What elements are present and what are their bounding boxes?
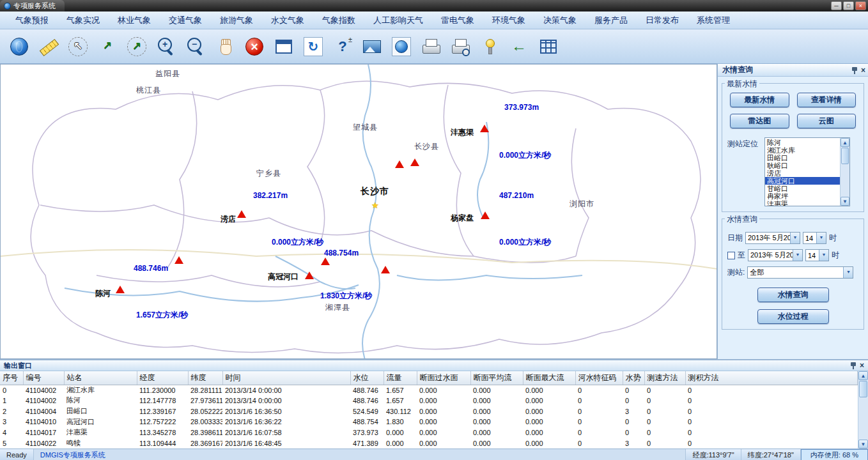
preview-button[interactable] [447,34,473,59]
table-cell[interactable]: 5 [0,438,23,448]
scroll-thumb[interactable] [841,148,849,164]
column-header[interactable]: 河水特征码 [575,371,623,385]
station-marker[interactable] [410,158,419,166]
column-header[interactable]: 断面最大流 [523,371,575,385]
column-header[interactable]: 站名 [64,371,137,385]
menu-item-14[interactable]: 系统管理 [688,12,739,29]
table-cell[interactable]: 2013/3/14 0:00:00 [222,385,350,395]
table-cell[interactable]: 113.345278 [137,427,188,438]
cloud-image-button[interactable]: 云图 [797,114,856,128]
table-cell[interactable]: 0.000 [417,395,470,406]
column-header[interactable]: 流量 [384,371,417,385]
selectg-button[interactable] [124,34,150,59]
table-cell[interactable]: 0 [644,385,685,395]
table-cell[interactable]: 0 [623,385,644,395]
table-cell[interactable]: 2013/1/6 16:36:22 [222,417,350,427]
table-cell[interactable]: 0 [685,395,858,406]
column-header[interactable]: 测速方法 [644,371,685,385]
table-cell[interactable]: 2013/1/6 16:07:58 [222,427,350,438]
table-cell[interactable]: 0 [685,406,858,417]
table-cell[interactable]: 112.339167 [137,406,188,417]
table-cell[interactable]: 0.000 [470,395,523,406]
table-cell[interactable]: 41104004 [23,406,64,417]
chevron-down-icon[interactable]: ▼ [790,233,800,243]
table-row[interactable]: 141104002陈河112.14777827.9736112013/3/14 … [0,395,858,406]
station-list-item[interactable]: 耿峪口 [765,162,840,169]
table-cell[interactable]: 0.000 [523,395,575,406]
column-header[interactable]: 编号 [23,371,64,385]
end-date-combo[interactable]: 2013年 5月20日 ▼ [748,249,803,261]
table-cell[interactable]: 0.000 [523,406,575,417]
column-header[interactable]: 纬度 [188,371,222,385]
table-cell[interactable]: 0 [575,427,623,438]
menu-item-4[interactable]: 交通气象 [160,12,211,29]
table-cell[interactable]: 41104002 [23,385,64,395]
table-cell[interactable]: 488.746 [350,385,384,395]
hand-button[interactable] [212,34,238,59]
map-canvas[interactable]: 益阳县桃江县宁乡县望城县长沙县长沙市浏阳市湘潭县涝店沣惠渠杨家盘高冠河口陈河37… [0,64,717,359]
station-marker[interactable] [116,286,125,293]
table-cell[interactable]: 0.000 [384,427,417,438]
table-cell[interactable]: 113.109444 [137,438,188,448]
table-cell[interactable]: 0 [685,417,858,427]
grid-button[interactable] [536,34,561,59]
station-list-item[interactable]: 田峪口 [765,154,840,162]
station-list-item[interactable]: 冉家坪 [765,192,840,200]
scroll-up-icon[interactable]: ▲ [858,371,868,380]
table-cell[interactable]: 0 [644,395,685,406]
table-row[interactable]: 241104004田峪口112.33916728.0522222013/1/6 … [0,406,858,417]
station-list-item[interactable]: 沣惠渠 [765,200,840,206]
globe-button[interactable] [6,34,32,59]
table-cell[interactable]: 0.000 [523,417,575,427]
table-cell[interactable]: 0 [0,385,23,395]
table-cell[interactable]: 0 [685,427,858,438]
end-hour-combo[interactable]: 14 ▼ [805,249,829,261]
to-date-checkbox[interactable] [727,252,735,259]
hour-combo[interactable]: 14 ▼ [803,232,826,244]
table-cell[interactable]: 0 [575,417,623,427]
maximize-button[interactable]: □ [843,1,854,10]
station-list-item[interactable]: 涝店 [765,169,840,177]
table-cell[interactable]: 4 [0,427,23,438]
station-list-item[interactable]: 甘峪口 [765,185,840,192]
window-button[interactable] [271,34,297,59]
station-marker[interactable] [381,266,390,273]
scroll-thumb[interactable] [859,381,867,397]
table-cell[interactable]: 0 [575,385,623,395]
table-cell[interactable]: 0.000 [417,427,470,438]
station-list-item[interactable]: 高冠河口 [765,177,840,185]
close-icon[interactable]: × [861,66,865,74]
zoomin-button[interactable] [153,34,179,59]
marker-button[interactable] [477,34,502,59]
station-marker[interactable] [321,257,330,265]
image-button[interactable] [359,34,385,59]
minimize-button[interactable]: ─ [831,1,842,10]
table-cell[interactable]: 0 [644,417,685,427]
menu-item-8[interactable]: 人工影响天气 [364,12,432,29]
table-cell[interactable]: 陈河 [64,395,137,406]
station-marker[interactable] [395,160,404,168]
column-header[interactable]: 水势 [623,371,644,385]
table-cell[interactable]: 471.389 [350,438,384,448]
station-marker[interactable] [174,256,183,264]
station-list-item[interactable]: 陈河 [765,139,840,146]
refresh-button[interactable] [300,34,326,59]
scroll-down-icon[interactable]: ▼ [858,440,868,448]
menu-item-12[interactable]: 服务产品 [585,12,637,29]
table-cell[interactable]: 28.398611 [188,427,222,438]
table-cell[interactable]: 0.000 [417,385,470,395]
station-listbox[interactable]: 陈河湘江水库田峪口耿峪口涝店高冠河口甘峪口冉家坪沣惠渠 ▲ ▼ [764,137,850,206]
output-table-scrollbar[interactable]: ▲ ▼ [858,371,868,448]
table-row[interactable]: 341104010高冠河口112.75722228.0033332013/1/6… [0,417,858,427]
column-header[interactable]: 经度 [137,371,188,385]
table-cell[interactable]: 0.000 [417,417,470,427]
chevron-down-icon[interactable]: ▼ [843,267,853,278]
column-header[interactable]: 时间 [222,371,350,385]
table-cell[interactable]: 0.000 [470,417,523,427]
station-marker[interactable] [237,210,246,218]
table-cell[interactable]: 0 [623,427,644,438]
close-icon[interactable]: × [860,362,864,369]
pin-icon[interactable] [851,66,858,74]
column-header[interactable]: 序号 [0,371,23,385]
table-cell[interactable]: 沣惠渠 [64,427,137,438]
